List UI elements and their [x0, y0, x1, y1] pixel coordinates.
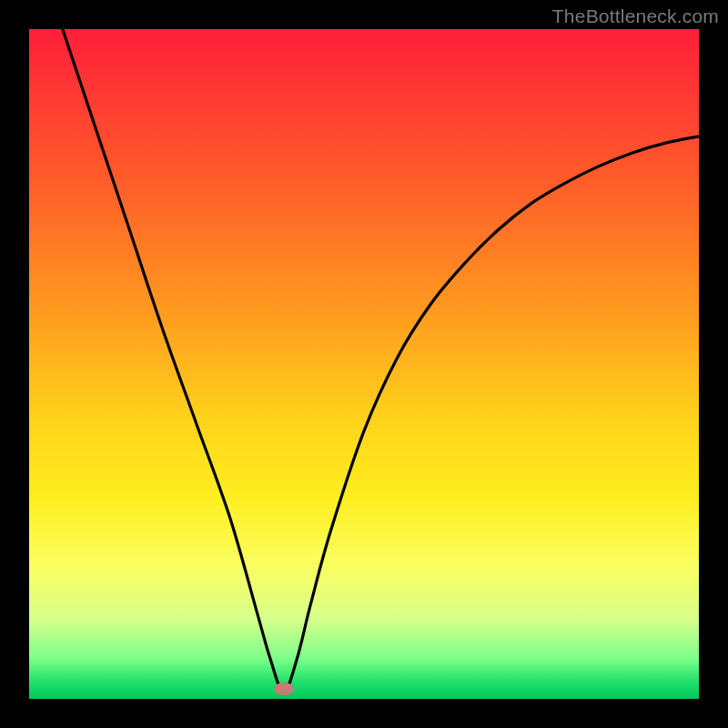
curve-svg	[29, 29, 699, 699]
bottleneck-curve	[63, 29, 699, 693]
optimum-marker	[274, 682, 294, 695]
watermark-text: TheBottleneck.com	[552, 5, 719, 27]
chart-frame: TheBottleneck.com	[0, 0, 728, 728]
plot-area	[29, 29, 699, 699]
